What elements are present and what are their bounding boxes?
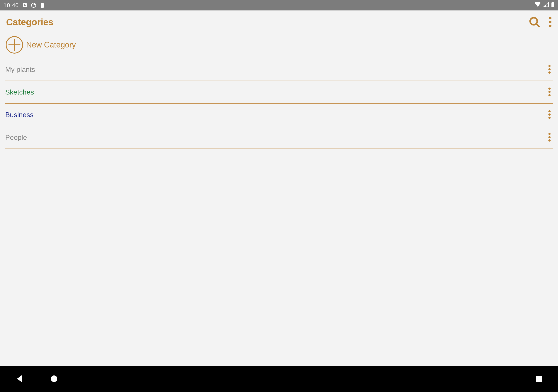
- svg-rect-4: [41, 3, 43, 4]
- svg-point-10: [549, 21, 551, 23]
- svg-point-20: [549, 94, 551, 96]
- status-app-icon-2: [31, 3, 36, 8]
- svg-point-24: [549, 133, 551, 135]
- category-menu-button[interactable]: [546, 63, 553, 77]
- more-vert-icon: [548, 64, 551, 75]
- svg-point-11: [549, 25, 551, 27]
- status-right: [534, 2, 555, 9]
- svg-text:A: A: [24, 3, 26, 7]
- svg-rect-6: [552, 2, 553, 3]
- page-title: Categories: [6, 17, 53, 27]
- status-left: 10:40 A: [3, 2, 45, 9]
- category-row[interactable]: Business: [5, 104, 553, 126]
- cellular-icon: [543, 2, 549, 9]
- nav-recent-button[interactable]: [535, 375, 543, 383]
- svg-rect-3: [41, 3, 44, 8]
- svg-point-17: [549, 71, 551, 74]
- back-triangle-icon: [15, 374, 24, 384]
- category-name: Business: [5, 111, 34, 119]
- svg-point-27: [51, 375, 57, 382]
- category-row[interactable]: Sketches: [5, 81, 553, 104]
- new-category-button[interactable]: New Category: [0, 34, 558, 58]
- svg-rect-5: [551, 2, 554, 7]
- app-bar-actions: [528, 16, 552, 29]
- svg-point-26: [549, 139, 551, 142]
- plus-circle-icon: [5, 36, 24, 54]
- new-category-label: New Category: [26, 40, 76, 50]
- category-row[interactable]: My plants: [5, 58, 553, 81]
- svg-line-8: [536, 24, 539, 26]
- nav-left-group: [15, 374, 58, 384]
- svg-point-25: [549, 136, 551, 138]
- search-icon: [528, 16, 541, 29]
- recent-square-icon: [535, 375, 543, 383]
- category-menu-button[interactable]: [546, 131, 553, 144]
- app-bar: Categories: [0, 10, 558, 34]
- more-vert-icon: [549, 16, 552, 28]
- svg-point-18: [549, 87, 551, 90]
- category-row[interactable]: People: [5, 126, 553, 149]
- status-bar: 10:40 A: [0, 0, 558, 10]
- category-name: Sketches: [5, 88, 34, 96]
- category-menu-button[interactable]: [546, 108, 553, 122]
- overflow-menu-button[interactable]: [549, 16, 552, 28]
- svg-point-19: [549, 91, 551, 93]
- category-list: My plants Sketches: [0, 58, 558, 149]
- svg-point-9: [549, 17, 551, 19]
- wifi-icon: [534, 2, 541, 9]
- svg-point-15: [549, 65, 551, 67]
- svg-point-21: [549, 110, 551, 112]
- more-vert-icon: [548, 110, 551, 120]
- search-button[interactable]: [528, 16, 541, 29]
- nav-home-button[interactable]: [50, 375, 58, 383]
- category-name: My plants: [5, 66, 35, 74]
- status-app-icon-3: [40, 2, 45, 8]
- svg-point-16: [549, 68, 551, 70]
- more-vert-icon: [548, 87, 551, 97]
- system-nav-bar: [0, 366, 558, 392]
- home-circle-icon: [50, 375, 58, 383]
- more-vert-icon: [548, 132, 551, 143]
- svg-point-22: [549, 113, 551, 116]
- battery-icon: [551, 2, 555, 9]
- status-clock: 10:40: [3, 2, 19, 9]
- category-menu-button[interactable]: [546, 85, 553, 99]
- svg-point-23: [549, 117, 551, 119]
- nav-back-button[interactable]: [15, 374, 24, 384]
- status-app-icon-1: A: [22, 3, 27, 8]
- category-name: People: [5, 134, 27, 142]
- svg-rect-28: [536, 376, 542, 382]
